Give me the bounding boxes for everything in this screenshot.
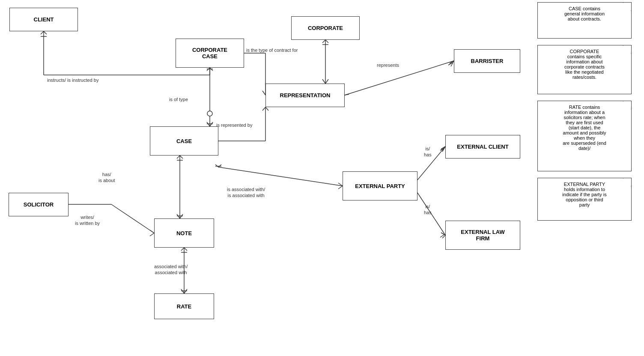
entity-corporate: CORPORATE bbox=[291, 16, 360, 40]
svg-line-60 bbox=[150, 233, 154, 236]
svg-line-13 bbox=[325, 40, 328, 43]
svg-line-46 bbox=[440, 148, 444, 150]
rel-is-has-external-client: is/has bbox=[424, 146, 432, 158]
entity-solicitor: SOLICITOR bbox=[9, 193, 69, 216]
svg-line-65 bbox=[177, 156, 180, 159]
entity-external-client: EXTERNAL CLIENT bbox=[445, 135, 520, 159]
entity-external-client-label: EXTERNAL CLIENT bbox=[457, 144, 508, 150]
rel-contract-type: is the type of contract for bbox=[246, 47, 298, 53]
svg-line-28 bbox=[210, 122, 213, 126]
entity-representation-label: REPRESENTATION bbox=[280, 92, 331, 99]
svg-point-25 bbox=[207, 111, 212, 116]
svg-line-59 bbox=[150, 230, 154, 233]
entity-external-law-firm: EXTERNAL LAW FIRM bbox=[445, 221, 520, 250]
entity-corporate-label: CORPORATE bbox=[308, 25, 343, 31]
entity-barrister-label: BARRISTER bbox=[471, 58, 504, 64]
entity-note: NOTE bbox=[154, 218, 214, 248]
svg-line-75 bbox=[181, 289, 184, 293]
svg-line-51 bbox=[441, 233, 445, 235]
svg-line-44 bbox=[441, 147, 445, 149]
svg-line-58 bbox=[111, 204, 154, 233]
note-case-text: CASE contains general information about … bbox=[564, 6, 605, 21]
svg-line-23 bbox=[345, 94, 349, 95]
svg-line-66 bbox=[180, 156, 183, 159]
rel-is-of-type: is of type bbox=[169, 96, 188, 102]
entity-external-party-label: EXTERNAL PARTY bbox=[355, 183, 405, 189]
svg-line-72 bbox=[181, 248, 184, 251]
note-rate: RATE contains information about a solici… bbox=[537, 101, 632, 171]
entity-representation: REPRESENTATION bbox=[265, 84, 345, 107]
svg-line-32 bbox=[262, 107, 265, 111]
svg-line-68 bbox=[177, 214, 180, 218]
entity-note-label: NOTE bbox=[176, 230, 192, 236]
note-external-party-text: EXTERNAL PARTY holds information to indi… bbox=[562, 182, 606, 207]
rel-represents: represents bbox=[377, 62, 399, 68]
erd-diagram: CLIENT CORPORATE CORPORATE CASE BARRISTE… bbox=[0, 0, 644, 356]
rel-instructs: instructs/ is instructed by bbox=[47, 77, 98, 83]
svg-line-45 bbox=[442, 147, 445, 152]
note-corporate: CORPORATE contains specific information … bbox=[537, 45, 632, 94]
entity-corporate-case: CORPORATE CASE bbox=[176, 39, 244, 68]
rel-writes: writes/is written by bbox=[75, 214, 100, 227]
entity-barrister: BARRISTER bbox=[454, 49, 520, 73]
svg-line-33 bbox=[265, 107, 268, 111]
rel-is-has-external-law-firm: is/has bbox=[424, 203, 432, 216]
entity-rate-label: RATE bbox=[177, 303, 191, 310]
rel-has-about: has/is about bbox=[98, 171, 115, 184]
svg-line-39 bbox=[338, 186, 343, 189]
entity-case: CASE bbox=[150, 126, 218, 156]
svg-line-6 bbox=[207, 68, 210, 71]
svg-line-11 bbox=[325, 79, 328, 84]
entity-external-law-firm-label: EXTERNAL LAW FIRM bbox=[461, 229, 504, 242]
svg-line-19 bbox=[345, 61, 454, 95]
svg-line-73 bbox=[184, 248, 187, 251]
entity-rate: RATE bbox=[154, 293, 214, 319]
svg-line-4 bbox=[44, 31, 47, 34]
svg-line-3 bbox=[41, 31, 44, 34]
svg-line-20 bbox=[450, 61, 454, 63]
entity-corporate-case-label: CORPORATE CASE bbox=[192, 47, 227, 60]
entity-solicitor-label: SOLICITOR bbox=[24, 201, 54, 208]
svg-line-38 bbox=[338, 183, 343, 186]
rel-associated-note-rate: associated with/associated with bbox=[154, 263, 188, 276]
entity-case-label: CASE bbox=[176, 138, 192, 144]
svg-line-10 bbox=[322, 79, 325, 84]
svg-line-17 bbox=[262, 91, 265, 95]
note-corporate-text: CORPORATE contains specific information … bbox=[564, 49, 605, 80]
svg-line-52 bbox=[442, 235, 445, 238]
note-external-party: EXTERNAL PARTY holds information to indi… bbox=[537, 178, 632, 221]
svg-line-69 bbox=[180, 214, 183, 218]
svg-line-53 bbox=[440, 235, 444, 237]
rel-associated-with: is associated with/is associated with bbox=[227, 186, 265, 199]
entity-external-party: EXTERNAL PARTY bbox=[343, 171, 417, 200]
note-case: CASE contains general information about … bbox=[537, 2, 632, 39]
svg-line-7 bbox=[210, 68, 213, 71]
svg-line-12 bbox=[322, 40, 325, 43]
entity-client-label: CLIENT bbox=[34, 16, 54, 23]
svg-line-37 bbox=[218, 167, 343, 186]
rel-represented-by: is represented by bbox=[216, 122, 252, 128]
svg-line-40 bbox=[215, 165, 218, 167]
entity-client: CLIENT bbox=[9, 8, 78, 31]
svg-line-22 bbox=[448, 63, 453, 65]
svg-line-21 bbox=[451, 61, 454, 66]
svg-line-76 bbox=[184, 289, 187, 293]
svg-line-41 bbox=[218, 165, 221, 167]
note-rate-text: RATE contains information about a solici… bbox=[563, 105, 606, 151]
svg-line-27 bbox=[207, 122, 210, 126]
